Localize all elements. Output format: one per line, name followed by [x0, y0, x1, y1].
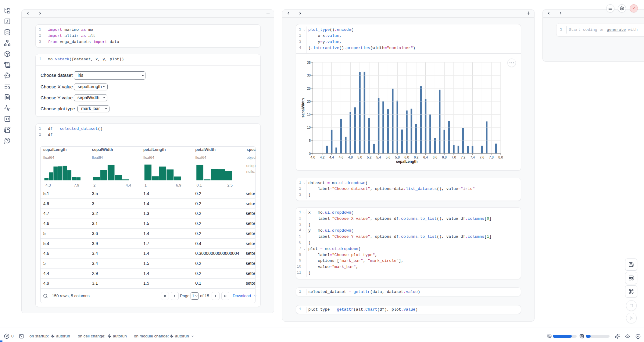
svg-text:7.6: 7.6	[480, 155, 484, 159]
svg-text:15: 15	[307, 112, 311, 116]
svg-text:6.6: 6.6	[433, 155, 437, 159]
svg-text:5.6: 5.6	[386, 155, 390, 159]
svg-text:7.0: 7.0	[451, 155, 456, 159]
svg-text:6.4: 6.4	[423, 155, 428, 159]
svg-text:0: 0	[309, 152, 311, 155]
svg-text:5.2: 5.2	[367, 155, 371, 159]
svg-text:6.2: 6.2	[414, 155, 418, 159]
svg-text:6.0: 6.0	[404, 155, 409, 159]
svg-text:sepalLength: sepalLength	[396, 159, 418, 164]
svg-text:sepalWidth: sepalWidth	[301, 98, 305, 118]
svg-text:5.8: 5.8	[395, 155, 400, 159]
svg-text:8.0: 8.0	[498, 155, 503, 159]
svg-text:7.8: 7.8	[489, 155, 494, 159]
svg-text:10: 10	[307, 126, 311, 129]
svg-text:5: 5	[309, 139, 311, 142]
svg-text:35: 35	[307, 61, 311, 64]
svg-text:4.0: 4.0	[310, 155, 315, 159]
svg-text:7.2: 7.2	[461, 155, 465, 159]
svg-text:5.0: 5.0	[357, 155, 362, 159]
svg-text:4.4: 4.4	[329, 155, 334, 159]
svg-text:6.8: 6.8	[442, 155, 447, 159]
svg-text:20: 20	[307, 100, 311, 103]
svg-text:7.4: 7.4	[470, 155, 475, 159]
svg-text:30: 30	[307, 73, 311, 77]
svg-text:5.4: 5.4	[376, 155, 381, 159]
svg-text:4.2: 4.2	[320, 155, 324, 159]
svg-text:4.6: 4.6	[339, 155, 343, 159]
svg-text:25: 25	[307, 87, 311, 90]
svg-text:4.8: 4.8	[348, 155, 353, 159]
